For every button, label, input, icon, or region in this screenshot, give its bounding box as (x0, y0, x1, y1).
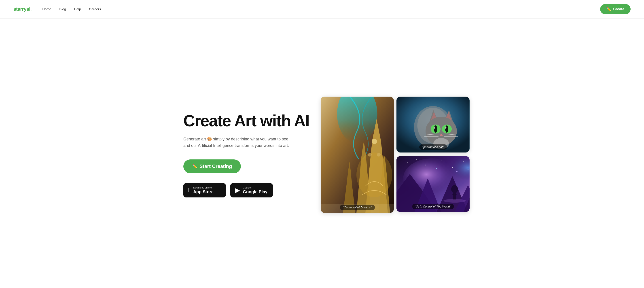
googleplay-small-label: Get it on (243, 186, 268, 189)
art-grid: "Cathedral of Dreams" (321, 96, 470, 213)
svg-rect-53 (452, 194, 454, 194)
start-pencil-icon: ✏️ (192, 164, 197, 169)
svg-point-25 (434, 127, 435, 128)
googleplay-large-label: Google Play (243, 190, 268, 194)
svg-point-38 (425, 165, 426, 166)
logo[interactable]: starryai. (14, 6, 32, 12)
logo-dot: . (30, 6, 32, 12)
nav-help[interactable]: Help (74, 7, 81, 11)
svg-point-40 (452, 167, 453, 168)
hero-title: Create Art with AI (183, 112, 312, 130)
start-creating-button[interactable]: ✏️ Start Creating (183, 160, 241, 173)
cathedral-image (321, 96, 394, 213)
appstore-text: Download on the App Store (193, 186, 214, 194)
svg-point-42 (468, 169, 468, 170)
googleplay-text: Get it on Google Play (243, 186, 268, 194)
hero-section: Create Art with AI Generate art 🎨 simply… (161, 18, 483, 288)
nav-links: Home Blog Help Careers (42, 7, 101, 11)
nav-left: starryai. Home Blog Help Careers (14, 6, 101, 12)
art-card-cathedral: "Cathedral of Dreams" (321, 96, 394, 213)
svg-point-23 (434, 126, 437, 132)
appstore-small-label: Download on the (193, 186, 214, 189)
nav-blog[interactable]: Blog (59, 7, 66, 11)
art-card-space: "AI in Control of The World" (396, 156, 470, 212)
svg-point-37 (416, 159, 417, 160)
cat-caption: "portrait of a cat" (419, 144, 447, 150)
create-button[interactable]: ✏️ Create (600, 4, 630, 14)
svg-point-26 (445, 127, 446, 128)
svg-point-36 (408, 162, 408, 163)
apple-icon:  (188, 187, 190, 194)
googleplay-button[interactable]: ▶ Get it on Google Play (230, 183, 273, 198)
logo-text: starryai (14, 6, 30, 12)
svg-point-45 (456, 171, 458, 172)
nav-careers[interactable]: Careers (89, 7, 101, 11)
cathedral-svg (321, 96, 394, 213)
navbar: starryai. Home Blog Help Careers ✏️ Crea… (0, 0, 644, 18)
svg-point-44 (436, 168, 438, 169)
svg-point-9 (377, 153, 380, 156)
svg-point-55 (444, 199, 466, 202)
art-card-cat: "portrait of a cat" (396, 96, 470, 152)
hero-left: Create Art with AI Generate art 🎨 simply… (183, 112, 312, 198)
cathedral-caption: "Cathedral of Dreams" (340, 204, 375, 210)
svg-point-41 (463, 162, 464, 162)
svg-point-51 (451, 185, 458, 193)
svg-point-39 (441, 160, 442, 161)
svg-point-7 (372, 139, 377, 144)
appstore-button[interactable]:  Download on the App Store (183, 183, 226, 198)
google-play-icon: ▶ (235, 187, 240, 194)
svg-point-8 (368, 153, 372, 156)
svg-point-24 (445, 126, 448, 132)
start-creating-label: Start Creating (200, 164, 232, 169)
nav-home[interactable]: Home (42, 7, 51, 11)
store-buttons:  Download on the App Store ▶ Get it on … (183, 183, 312, 198)
space-caption: "AI in Control of The World" (412, 204, 454, 209)
pencil-icon: ✏️ (606, 7, 611, 12)
create-button-label: Create (613, 7, 624, 11)
svg-rect-54 (455, 194, 457, 194)
hero-subtitle: Generate art 🎨 simply by describing what… (183, 136, 291, 149)
appstore-large-label: App Store (193, 190, 214, 194)
